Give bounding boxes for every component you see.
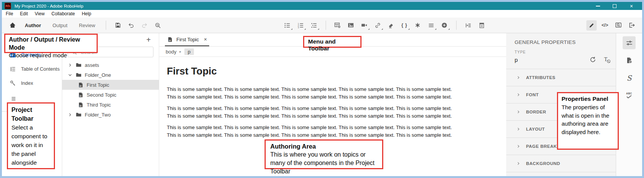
- sidebar-item-toc[interactable]: Table of Contents: [2, 62, 62, 76]
- redo-icon[interactable]: [139, 20, 150, 31]
- topic-paragraph[interactable]: This is some sample text. This is some s…: [167, 86, 461, 101]
- multilevel-list-icon[interactable]: [309, 20, 319, 31]
- svg-text:‹H: ‹H: [79, 84, 82, 87]
- code-snippet-icon[interactable]: { }: [399, 20, 410, 31]
- toolbar-separator: [456, 21, 457, 30]
- home-icon[interactable]: [7, 20, 18, 31]
- annotation-authoring-area: Authoring Area This is where you work on…: [265, 139, 383, 169]
- insert-more-icon[interactable]: [439, 20, 450, 31]
- add-new-item-button[interactable]: +: [146, 36, 151, 44]
- chevron-right-icon[interactable]: [67, 62, 73, 68]
- folder-icon: [76, 72, 82, 78]
- chevron-down-icon[interactable]: [67, 72, 73, 78]
- save-icon[interactable]: [113, 20, 123, 31]
- annotation-menu-and-toolbar: Menu and Toolbar: [303, 36, 362, 48]
- topic-editor-content[interactable]: First Topic This is some sample text. Th…: [159, 57, 506, 143]
- menu-view[interactable]: View: [31, 11, 48, 16]
- menu-help[interactable]: Help: [78, 11, 95, 16]
- section-background[interactable]: BACKGROUND: [506, 155, 616, 172]
- menu-collaborate[interactable]: Collaborate: [48, 11, 78, 16]
- insert-image-icon[interactable]: [346, 20, 356, 31]
- breadcrumb-current-element[interactable]: p: [184, 49, 194, 55]
- eraser-icon[interactable]: [386, 20, 396, 31]
- insert-toolbar-group: 123: [282, 20, 487, 31]
- chevron-right-icon: [516, 144, 521, 149]
- undo-icon[interactable]: [126, 20, 136, 31]
- tab-output-mode[interactable]: Output: [48, 23, 72, 28]
- tree-item-label: Folder_One: [85, 72, 111, 78]
- chevron-right-icon: [516, 161, 521, 166]
- sidebar-item-index[interactable]: Index: [2, 76, 62, 90]
- bullet-list-icon[interactable]: [282, 20, 292, 31]
- folder-icon: [76, 62, 82, 68]
- main-toolbar: Author Output Review: [2, 18, 642, 33]
- insert-link-icon[interactable]: [373, 20, 383, 31]
- properties-sliders-icon[interactable]: [623, 36, 636, 49]
- styles-icon[interactable]: S: [623, 71, 636, 84]
- source-view-icon[interactable]: </>: [600, 20, 610, 31]
- view-toolbar-group: </>: [586, 20, 637, 31]
- tree-item-label: First Topic: [87, 82, 109, 88]
- breadcrumb-arrow-icon: ▸: [179, 50, 181, 53]
- condition-tag-icon[interactable]: [463, 20, 473, 31]
- annotation-properties-panel: Properties Panel The properties of what …: [557, 92, 619, 150]
- tree-item-label: Second Topic: [87, 92, 116, 98]
- preview-icon[interactable]: [613, 20, 623, 31]
- find-replace-icon[interactable]: [153, 20, 163, 31]
- key-icon: [10, 80, 16, 86]
- app-window: Rh My Project 2020 - Adobe RoboHelp × Fi…: [0, 0, 644, 178]
- refresh-icon[interactable]: [589, 56, 596, 63]
- tree-item-third-topic[interactable]: ‹H Third Topic: [62, 100, 159, 110]
- special-character-icon[interactable]: [413, 20, 423, 31]
- minimize-button[interactable]: [595, 3, 600, 9]
- annotation-project-toolbar: Project Toolbar Select a component to wo…: [7, 102, 55, 169]
- numbered-list-icon[interactable]: 123: [295, 20, 306, 31]
- svg-text:‹H: ‹H: [169, 39, 171, 41]
- edit-mode-pencil-icon[interactable]: [586, 20, 597, 31]
- robohelp-app: Rh My Project 2020 - Adobe RoboHelp × Fi…: [2, 2, 642, 176]
- menu-edit[interactable]: Edit: [16, 11, 31, 16]
- topic-file-icon: ‹H: [78, 82, 84, 88]
- insert-video-icon[interactable]: [359, 20, 370, 31]
- restore-button[interactable]: [612, 3, 617, 9]
- svg-text:3: 3: [298, 26, 299, 29]
- open-output-icon[interactable]: [626, 20, 637, 31]
- spell-check-icon[interactable]: ABC: [623, 89, 636, 102]
- chevron-right-icon[interactable]: [67, 112, 73, 117]
- snippet-doc-icon[interactable]: [476, 20, 487, 31]
- title-bar: Rh My Project 2020 - Adobe RoboHelp ×: [2, 2, 642, 10]
- clear-formatting-icon[interactable]: T: [604, 57, 607, 63]
- sidebar-section-divider: [2, 111, 7, 112]
- tree-item-second-topic[interactable]: ‹H Second Topic: [62, 90, 159, 100]
- topic-heading[interactable]: First Topic: [167, 65, 461, 77]
- topic-paragraph[interactable]: This is some sample text. This is some s…: [167, 124, 461, 139]
- type-section: TYPE p T: [506, 45, 616, 69]
- type-label: TYPE: [515, 50, 526, 54]
- sidebar-item-partial-icon[interactable]: [11, 96, 16, 102]
- menu-bar: File Edit View Collaborate Help: [2, 10, 642, 18]
- section-attributes[interactable]: ATTRIBUTES: [506, 69, 616, 86]
- tab-first-topic[interactable]: ‹H First Topic ×: [165, 33, 209, 46]
- close-button[interactable]: ×: [629, 3, 634, 9]
- paragraph-rules-icon[interactable]: [426, 20, 436, 31]
- tab-close-icon[interactable]: ×: [204, 36, 207, 42]
- breadcrumb-body[interactable]: body: [166, 49, 176, 55]
- tree-item-folder-one[interactable]: Folder_One: [62, 70, 159, 80]
- topic-paragraph[interactable]: This is some sample text. This is some s…: [167, 105, 461, 120]
- file-settings-icon[interactable]: [623, 54, 636, 67]
- tree-item-first-topic[interactable]: ‹H First Topic: [62, 80, 159, 90]
- topic-file-icon: ‹H: [78, 92, 84, 98]
- insert-table-icon[interactable]: [332, 20, 343, 31]
- type-value: p: [515, 57, 526, 63]
- tab-label: First Topic: [176, 37, 199, 42]
- menu-file[interactable]: File: [2, 11, 16, 16]
- tree-item-assets[interactable]: assets: [62, 60, 159, 70]
- tree-item-folder-two[interactable]: Folder_Two: [62, 110, 159, 120]
- properties-panel-title: GENERAL PROPERTIES: [506, 33, 616, 45]
- chevron-right-icon: [516, 92, 521, 97]
- chevron-right-icon: [516, 109, 521, 115]
- topic-file-icon: ‹H: [167, 37, 173, 42]
- tab-author-mode[interactable]: Author: [21, 23, 45, 28]
- svg-text:‹H: ‹H: [79, 94, 82, 97]
- tab-review-mode[interactable]: Review: [75, 23, 100, 28]
